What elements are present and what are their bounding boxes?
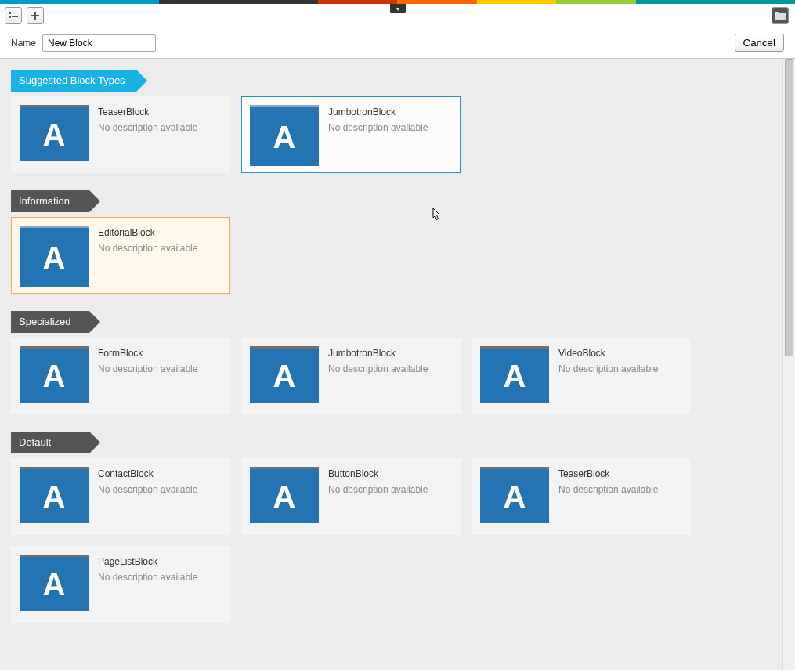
block-icon: A (20, 105, 89, 161)
svg-rect-3 (12, 16, 18, 17)
name-bar: Name Cancel (0, 27, 795, 59)
section-header: Default (11, 432, 89, 453)
card-description: No description available (328, 363, 428, 374)
svg-rect-1 (12, 13, 18, 13)
block-icon: A (250, 346, 319, 403)
card-grid: AFormBlockNo description availableAJumbo… (11, 338, 775, 414)
card-title: ButtonBlock (328, 468, 428, 479)
block-letter-icon: A (273, 119, 296, 154)
block-letter-icon: A (43, 117, 66, 152)
block-type-card[interactable]: ATeaserBlockNo description available (11, 96, 230, 173)
block-type-card[interactable]: APageListBlockNo description available (11, 546, 230, 623)
card-grid: AContactBlockNo description availableABu… (11, 458, 775, 623)
block-letter-icon: A (43, 566, 66, 602)
svg-rect-2 (9, 16, 11, 18)
card-description: No description available (98, 243, 197, 254)
name-label: Name (11, 38, 36, 49)
section-header: Specialized (11, 311, 89, 333)
block-letter-icon: A (273, 479, 296, 514)
block-type-card[interactable]: AFormBlockNo description available (11, 338, 230, 414)
card-title: TeaserBlock (558, 468, 658, 479)
card-description: No description available (98, 363, 197, 374)
content-area: Suggested Block TypesATeaserBlockNo desc… (0, 59, 782, 670)
card-text: FormBlockNo description available (98, 346, 197, 406)
block-icon: A (480, 467, 549, 523)
block-type-card[interactable]: AEditorialBlockNo description available (11, 217, 230, 294)
card-text: ButtonBlockNo description available (328, 467, 428, 526)
card-grid: ATeaserBlockNo description availableAJum… (11, 96, 775, 173)
block-letter-icon: A (43, 358, 66, 393)
block-letter-icon: A (504, 358, 526, 393)
card-text: EditorialBlockNo description available (98, 226, 197, 285)
svg-rect-0 (9, 12, 11, 14)
section-header: Suggested Block Types (11, 70, 136, 92)
card-description: No description available (98, 572, 197, 583)
block-type-card[interactable]: ATeaserBlockNo description available (472, 458, 691, 535)
card-title: PageListBlock (98, 556, 197, 567)
card-text: TeaserBlockNo description available (558, 467, 658, 526)
card-grid: AEditorialBlockNo description available (11, 217, 775, 294)
card-description: No description available (558, 484, 658, 495)
scrollbar[interactable] (782, 59, 795, 670)
block-icon: A (20, 467, 89, 523)
block-letter-icon: A (43, 479, 66, 514)
section: DefaultAContactBlockNo description avail… (11, 432, 775, 623)
scrollbar-thumb[interactable] (785, 59, 793, 356)
card-text: JumbotronBlockNo description available (328, 346, 428, 406)
dropdown-handle[interactable]: ▾ (390, 4, 406, 13)
card-text: TeaserBlockNo description available (98, 105, 197, 164)
block-letter-icon: A (273, 358, 296, 393)
block-type-card[interactable]: AVideoBlockNo description available (472, 338, 691, 414)
card-title: TeaserBlock (98, 107, 197, 117)
card-description: No description available (328, 122, 428, 133)
add-button[interactable] (27, 7, 44, 24)
card-text: JumbotronBlockNo description available (328, 105, 428, 164)
card-text: PageListBlockNo description available (98, 555, 197, 614)
block-letter-icon: A (504, 479, 526, 514)
block-type-card[interactable]: AJumbotronBlockNo description available (241, 338, 461, 414)
section-header: Information (11, 190, 89, 212)
folder-button[interactable] (772, 7, 789, 24)
card-title: JumbotronBlock (328, 107, 428, 117)
section: Suggested Block TypesATeaserBlockNo desc… (11, 70, 775, 173)
cancel-button[interactable]: Cancel (735, 34, 785, 52)
section: SpecializedAFormBlockNo description avai… (11, 311, 775, 414)
block-icon: A (20, 226, 89, 287)
block-letter-icon: A (43, 240, 66, 275)
tree-button[interactable] (5, 7, 22, 24)
block-type-card[interactable]: AContactBlockNo description available (11, 458, 230, 535)
card-title: FormBlock (98, 348, 197, 359)
card-title: VideoBlock (558, 348, 658, 359)
card-text: VideoBlockNo description available (558, 346, 658, 406)
card-description: No description available (328, 484, 428, 495)
block-icon: A (250, 105, 319, 166)
svg-rect-5 (31, 15, 39, 16)
card-description: No description available (98, 122, 197, 133)
block-type-card[interactable]: AJumbotronBlockNo description available (241, 96, 461, 173)
section: InformationAEditorialBlockNo description… (11, 190, 775, 294)
main-area: Suggested Block TypesATeaserBlockNo desc… (0, 59, 795, 670)
block-type-card[interactable]: AButtonBlockNo description available (241, 458, 461, 535)
block-icon: A (480, 346, 549, 403)
block-icon: A (20, 346, 89, 403)
card-title: JumbotronBlock (328, 348, 428, 359)
card-title: ContactBlock (98, 468, 197, 479)
card-title: EditorialBlock (98, 227, 197, 238)
block-icon: A (20, 555, 89, 611)
card-text: ContactBlockNo description available (98, 467, 197, 526)
card-description: No description available (98, 484, 197, 495)
card-description: No description available (558, 363, 658, 374)
block-icon: A (250, 467, 319, 523)
name-input[interactable] (42, 34, 156, 52)
